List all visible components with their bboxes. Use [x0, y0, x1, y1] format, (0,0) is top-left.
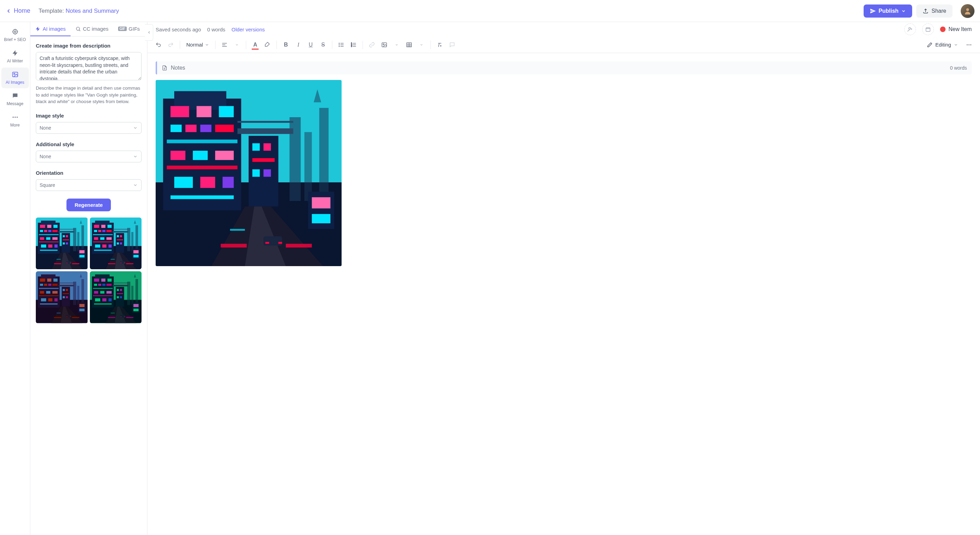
- additional-style-select[interactable]: None: [36, 151, 142, 162]
- editor-toolbar: Normal A B I U S 123: [147, 37, 980, 53]
- bold-icon: B: [284, 42, 288, 48]
- search-icon: [75, 26, 81, 32]
- template-link[interactable]: Notes and Summary: [65, 8, 119, 14]
- italic-icon: I: [298, 42, 299, 48]
- clear-format-icon: [437, 42, 443, 48]
- prompt-helper-text: Describe the image in detail and then us…: [36, 85, 142, 105]
- generated-thumb-2[interactable]: [90, 217, 142, 270]
- link-button[interactable]: [366, 39, 377, 50]
- send-icon: [870, 8, 876, 14]
- strikethrough-icon: S: [321, 42, 325, 48]
- link-icon: [369, 42, 375, 48]
- notes-label: Notes: [171, 65, 185, 71]
- ordered-list-button[interactable]: 123: [348, 39, 359, 50]
- word-count-top: 0 words: [207, 27, 226, 32]
- underline-button[interactable]: U: [305, 39, 316, 50]
- align-dropdown[interactable]: [231, 39, 242, 50]
- generated-thumb-4[interactable]: [90, 271, 142, 323]
- image-dropdown[interactable]: [391, 39, 402, 50]
- comment-button[interactable]: [447, 39, 458, 50]
- list-bullet-icon: [338, 42, 344, 48]
- image-icon: [381, 42, 387, 48]
- chevron-down-icon: [133, 126, 138, 130]
- undo-button[interactable]: [153, 39, 164, 50]
- avatar[interactable]: [961, 4, 975, 18]
- table-dropdown[interactable]: [416, 39, 427, 50]
- regenerate-button[interactable]: Regenerate: [67, 198, 111, 211]
- highlight-button[interactable]: [262, 39, 273, 50]
- text-color-icon: A: [253, 42, 258, 48]
- comment-icon: [449, 42, 455, 48]
- svg-point-47: [13, 73, 14, 75]
- add-collaborator-button[interactable]: [904, 24, 916, 35]
- additional-style-label: Additional style: [36, 141, 142, 147]
- calendar-button[interactable]: [922, 24, 934, 35]
- sidebar-item-brief-seo[interactable]: Brief + SEO: [2, 25, 29, 45]
- bold-button[interactable]: B: [280, 39, 291, 50]
- calendar-icon: [925, 27, 931, 32]
- redo-button[interactable]: [165, 39, 176, 50]
- bolt-icon: [12, 50, 19, 56]
- svg-point-44: [13, 29, 17, 34]
- prompt-textarea[interactable]: [36, 52, 142, 80]
- inserted-image[interactable]: [156, 80, 342, 266]
- chevron-down-icon: [395, 43, 398, 46]
- tab-gifs[interactable]: GIF GIFs: [113, 22, 145, 36]
- svg-point-61: [383, 44, 384, 45]
- svg-point-55: [339, 45, 340, 45]
- orientation-label: Orientation: [36, 170, 142, 176]
- align-button[interactable]: [219, 39, 230, 50]
- home-button[interactable]: Home: [5, 7, 30, 14]
- generated-thumb-1[interactable]: [36, 217, 88, 270]
- table-button[interactable]: [404, 39, 415, 50]
- more-toolbar-button[interactable]: [964, 39, 975, 50]
- gif-badge-icon: GIF: [118, 27, 127, 31]
- sidebar-item-message[interactable]: Message: [2, 89, 29, 110]
- strike-button[interactable]: S: [318, 39, 328, 50]
- clear-format-button[interactable]: [434, 39, 445, 50]
- editor-pane: Saved seconds ago 0 words Older versions…: [147, 22, 980, 535]
- list-ordered-icon: 123: [350, 42, 357, 48]
- publish-button[interactable]: Publish: [864, 5, 913, 18]
- notes-block[interactable]: Notes 0 words: [156, 61, 972, 75]
- svg-point-54: [339, 43, 340, 43]
- sidebar-item-label: Message: [6, 101, 24, 106]
- editing-mode-select[interactable]: Editing: [923, 42, 962, 48]
- svg-point-51: [76, 27, 79, 30]
- tab-cc-images[interactable]: CC images: [71, 22, 113, 36]
- collapse-panel-button[interactable]: [145, 24, 153, 41]
- image-style-select[interactable]: None: [36, 122, 142, 134]
- svg-point-49: [14, 117, 16, 118]
- more-icon: [966, 42, 972, 48]
- sidebar-item-more[interactable]: More: [2, 110, 29, 131]
- text-color-button[interactable]: A: [250, 39, 261, 50]
- italic-button[interactable]: I: [293, 39, 304, 50]
- tab-ai-images[interactable]: AI images: [30, 22, 71, 36]
- svg-point-63: [967, 44, 967, 45]
- bolt-icon: [35, 26, 41, 32]
- sidebar-item-ai-writer[interactable]: AI Writer: [2, 46, 29, 67]
- notes-word-count: 0 words: [950, 65, 967, 71]
- saved-status: Saved seconds ago: [156, 27, 201, 32]
- svg-point-65: [970, 44, 971, 45]
- chevron-down-icon: [133, 183, 138, 187]
- bullet-list-button[interactable]: [336, 39, 347, 50]
- home-label: Home: [14, 7, 30, 14]
- chevron-down-icon: [954, 43, 958, 47]
- document-area[interactable]: Notes 0 words: [147, 53, 980, 535]
- orientation-select[interactable]: Square: [36, 179, 142, 191]
- generated-thumb-3[interactable]: [36, 271, 88, 323]
- upload-icon: [923, 8, 929, 14]
- status-dot-icon: [940, 27, 945, 32]
- svg-point-52: [909, 27, 910, 29]
- share-button[interactable]: Share: [916, 5, 953, 18]
- sidebar-item-ai-images[interactable]: AI Images: [2, 67, 29, 88]
- paragraph-style-select[interactable]: Normal: [183, 42, 212, 48]
- insert-image-button[interactable]: [379, 39, 390, 50]
- new-item-status[interactable]: New Item: [940, 26, 972, 32]
- older-versions-link[interactable]: Older versions: [231, 27, 265, 32]
- sidebar-item-label: More: [10, 123, 20, 128]
- target-icon: [12, 28, 19, 35]
- svg-point-56: [339, 46, 340, 46]
- svg-point-43: [966, 8, 969, 11]
